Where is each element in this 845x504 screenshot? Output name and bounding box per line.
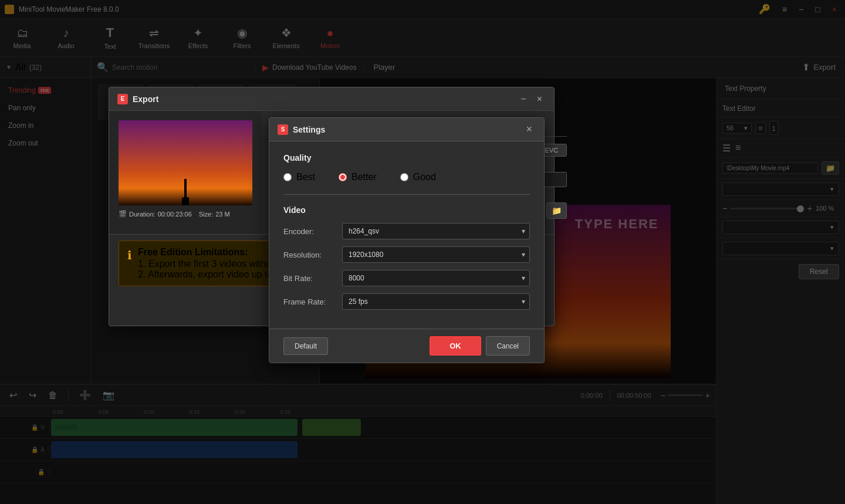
quality-best-input[interactable] — [283, 173, 292, 181]
settings-divider — [283, 194, 530, 195]
export-preview-column: 🎬 Duration: 00:00:23:06 Size: 23 M — [109, 111, 262, 234]
settings-footer-right: OK Cancel — [430, 336, 530, 356]
quality-section-title: Quality — [283, 153, 530, 163]
settings-icon: S — [278, 124, 288, 135]
settings-default-button[interactable]: Default — [283, 337, 328, 355]
framerate-select[interactable]: 25 fps 30 fps 60 fps — [342, 293, 530, 310]
duration-value: 00:00:23:06 — [158, 211, 192, 218]
resolution-select-wrap: 1920x1080 1280x720 854x480 — [342, 246, 530, 263]
framerate-label: Frame Rate: — [283, 297, 342, 306]
quality-good-radio[interactable]: Good — [400, 172, 436, 182]
framerate-field: Frame Rate: 25 fps 30 fps 60 fps — [283, 293, 530, 310]
export-title-label: Export — [133, 94, 158, 104]
bitrate-select-wrap: 8000 6000 4000 — [342, 270, 530, 286]
settings-body: Quality Best Better Good Video — [269, 141, 544, 329]
video-section-title: Video — [283, 205, 530, 215]
settings-close-button[interactable]: × — [522, 122, 536, 137]
quality-best-label: Best — [296, 172, 315, 182]
export-preview-image — [119, 120, 252, 205]
export-duration-info: 🎬 Duration: 00:00:23:06 Size: 23 M — [119, 210, 252, 218]
preview-silhouette — [180, 179, 191, 205]
quality-better-input[interactable] — [339, 173, 347, 181]
quality-best-radio[interactable]: Best — [283, 172, 315, 182]
duration-label: Duration: — [129, 211, 156, 218]
settings-cancel-button[interactable]: Cancel — [486, 336, 530, 356]
encoder-select[interactable]: h264_qsv h264 h265 — [342, 223, 530, 239]
resolution-field: Resolution: 1920x1080 1280x720 854x480 — [283, 246, 530, 263]
info-icon: ℹ — [127, 248, 132, 262]
quality-better-radio[interactable]: Better — [339, 172, 377, 182]
settings-dialog-header: S Settings × — [269, 118, 544, 141]
size-value: 23 M — [215, 211, 229, 218]
bitrate-select[interactable]: 8000 6000 4000 — [342, 270, 530, 286]
export-dialog-controls[interactable]: − × — [517, 93, 546, 106]
quality-radio-group: Best Better Good — [283, 172, 530, 182]
export-dialog-title: E Export — [117, 94, 158, 104]
quality-better-label: Better — [351, 172, 377, 182]
bitrate-field: Bit Rate: 8000 6000 4000 — [283, 270, 530, 286]
quality-good-input[interactable] — [400, 173, 408, 181]
export-dialog-icon: E — [117, 94, 128, 104]
resolution-label: Resolution: — [283, 251, 342, 259]
resolution-select[interactable]: 1920x1080 1280x720 854x480 — [342, 246, 530, 263]
settings-footer: Default OK Cancel — [269, 329, 544, 363]
framerate-select-wrap: 25 fps 30 fps 60 fps — [342, 293, 530, 310]
browse-button[interactable]: 📁 — [546, 202, 567, 219]
encoder-field: Encoder: h264_qsv h264 h265 — [283, 223, 530, 239]
export-close-button[interactable]: × — [533, 93, 546, 106]
settings-title: S Settings — [278, 124, 325, 135]
encoder-label: Encoder: — [283, 227, 342, 236]
settings-title-label: Settings — [293, 125, 325, 134]
settings-dialog: S Settings × Quality Best Better Good — [269, 117, 545, 363]
size-label: Size: — [199, 211, 213, 218]
bitrate-label: Bit Rate: — [283, 274, 342, 283]
settings-ok-button[interactable]: OK — [430, 336, 481, 356]
encoder-select-wrap: h264_qsv h264 h265 — [342, 223, 530, 239]
quality-good-label: Good — [413, 172, 436, 182]
export-minimize-button[interactable]: − — [517, 93, 529, 106]
duration-icon: 🎬 — [119, 210, 127, 218]
export-dialog-header: E Export − × — [109, 87, 554, 111]
